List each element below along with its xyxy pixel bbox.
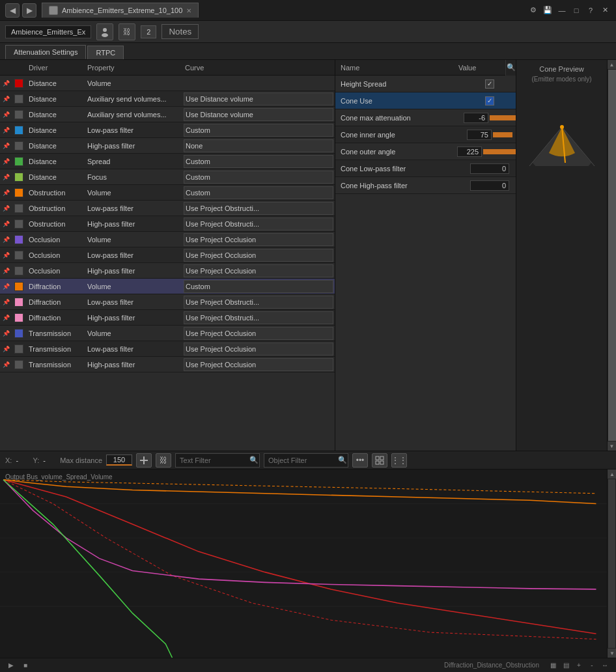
zoom-out-btn[interactable]: - — [586, 660, 598, 671]
curve-cell[interactable]: Use Distance volume — [182, 92, 335, 105]
curve-select[interactable]: Use Project Obstructi... — [184, 202, 333, 215]
close-button[interactable]: ✕ — [599, 5, 611, 16]
link2-icon[interactable]: ⛓ — [156, 453, 171, 468]
link-icon[interactable]: ⛓ — [119, 23, 135, 40]
more-options-button[interactable]: ••• — [352, 453, 368, 468]
nv-row[interactable]: Cone Use✓ — [335, 92, 516, 109]
curve-select[interactable]: None — [184, 139, 333, 152]
curve-cell[interactable]: Use Project Obstructi... — [182, 217, 335, 231]
curve-cell[interactable]: Custom — [182, 155, 335, 168]
table-row[interactable]: 📌DiffractionHigh-pass filterUse Project … — [0, 310, 335, 326]
snap-icon[interactable] — [136, 453, 152, 468]
stop-button[interactable]: ■ — [20, 660, 31, 671]
fit-btn[interactable]: ↔ — [599, 660, 611, 671]
nv-number[interactable]: 225 — [457, 147, 482, 157]
curve-select[interactable]: Custom — [184, 280, 333, 293]
table-row[interactable]: 📌TransmissionHigh-pass filterUse Project… — [0, 357, 335, 372]
table-row[interactable]: 📌DistanceFocusCustom — [0, 169, 335, 185]
zoom-in-btn[interactable]: + — [573, 660, 585, 671]
table-row[interactable]: 📌OcclusionVolumeUse Project Occlusion — [0, 232, 335, 247]
nv-number[interactable]: 0 — [470, 163, 509, 174]
scroll-thumb[interactable] — [608, 70, 616, 441]
curve-select[interactable]: Use Distance volume — [184, 92, 333, 105]
forward-button[interactable]: ▶ — [22, 3, 36, 18]
minimize-button[interactable]: — — [556, 5, 568, 16]
save-icon[interactable]: 💾 — [542, 5, 553, 16]
table-row[interactable]: 📌DistanceAuxiliary send volumes...Use Di… — [0, 91, 335, 107]
table-row[interactable]: 📌ObstructionVolumeCustom — [0, 185, 335, 201]
curve-cell[interactable]: Custom — [182, 124, 335, 137]
curve-cell[interactable]: Use Project Occlusion — [182, 249, 335, 262]
table-row[interactable]: 📌DistanceLow-pass filterCustom — [0, 122, 335, 138]
curve-cell[interactable]: Use Project Obstructi... — [182, 296, 335, 309]
obj-filter-search-icon[interactable]: 🔍 — [338, 456, 347, 464]
scroll-down-arrow[interactable]: ▼ — [608, 441, 617, 451]
nv-number[interactable]: 0 — [470, 180, 509, 191]
curve-cell[interactable]: Use Project Occlusion — [182, 264, 335, 277]
curve-select[interactable]: Use Project Occlusion — [184, 327, 333, 340]
maximize-button[interactable]: □ — [570, 5, 582, 16]
nv-row[interactable]: Height Spread✓ — [335, 76, 516, 92]
table-row[interactable]: 📌ObstructionHigh-pass filterUse Project … — [0, 216, 335, 232]
nv-row[interactable]: Cone inner angle75 — [335, 126, 516, 143]
table-row[interactable]: 📌DistanceSpreadCustom — [0, 154, 335, 169]
table-row[interactable]: 📌ObstructionLow-pass filterUse Project O… — [0, 201, 335, 216]
table-row[interactable]: 📌DiffractionLow-pass filterUse Project O… — [0, 294, 335, 310]
help-button[interactable]: ? — [585, 5, 596, 16]
curve-select[interactable]: Use Project Occlusion — [184, 233, 333, 246]
table-row[interactable]: 📌DistanceVolume — [0, 76, 335, 91]
avatar-icon[interactable] — [96, 23, 113, 40]
grid-icon[interactable] — [372, 453, 387, 468]
nv-row[interactable]: Cone max attenuation-6 — [335, 109, 516, 126]
settings-icon[interactable]: ⚙ — [527, 5, 539, 16]
curve-cell[interactable]: Custom — [182, 280, 335, 293]
grid-view-btn[interactable]: ▦ — [547, 660, 559, 671]
scroll-up-arrow[interactable]: ▲ — [608, 60, 617, 69]
table-row[interactable]: 📌DistanceHigh-pass filterNone — [0, 138, 335, 154]
nv-value-cell[interactable]: ✓ — [464, 79, 516, 89]
curve-select[interactable]: Use Project Occlusion — [184, 343, 333, 356]
tab-close-button[interactable]: ✕ — [186, 7, 191, 14]
curve-cell[interactable]: Use Project Obstructi... — [182, 311, 335, 324]
curve-select[interactable]: Use Distance volume — [184, 108, 333, 121]
object-filter-input[interactable] — [264, 453, 348, 468]
play-button[interactable]: ▶ — [5, 660, 17, 671]
tab-attenuation[interactable]: Attenuation Settings — [5, 45, 86, 59]
curve-cell[interactable]: Use Project Occlusion — [182, 343, 335, 356]
curve-select[interactable]: Custom — [184, 186, 333, 199]
curve-cell[interactable]: Use Project Occlusion — [182, 233, 335, 246]
table-row[interactable]: 📌DiffractionVolumeCustom — [0, 279, 335, 294]
nv-search-icon[interactable]: 🔍 — [505, 60, 516, 76]
nv-number[interactable]: 75 — [467, 130, 492, 140]
curve-select[interactable]: Use Project Obstructi... — [184, 296, 333, 309]
text-filter-input[interactable] — [175, 453, 260, 468]
list-view-btn[interactable]: ▤ — [560, 660, 572, 671]
nv-checkbox[interactable]: ✓ — [485, 96, 494, 105]
curve-cell[interactable]: None — [182, 139, 335, 152]
curve-select[interactable]: Custom — [184, 155, 333, 168]
curve-cell[interactable]: Use Project Obstructi... — [182, 202, 335, 215]
graph-scroll-down[interactable]: ▼ — [608, 649, 616, 658]
curve-select[interactable]: Use Project Occlusion — [184, 264, 333, 277]
nv-row[interactable]: Cone Low-pass filter0 — [335, 160, 516, 177]
nv-value-cell[interactable]: ✓ — [464, 96, 516, 105]
table-row[interactable]: 📌DistanceAuxiliary send volumes...Use Di… — [0, 107, 335, 122]
table-row[interactable]: 📌OcclusionHigh-pass filterUse Project Oc… — [0, 263, 335, 279]
curve-cell[interactable]: Use Project Occlusion — [182, 358, 335, 371]
back-button[interactable]: ◀ — [5, 3, 20, 18]
tab-rtpc[interactable]: RTPC — [87, 46, 124, 59]
curve-select[interactable]: Use Project Obstructi... — [184, 217, 333, 231]
curve-cell[interactable]: Use Project Occlusion — [182, 327, 335, 340]
curve-select[interactable]: Use Project Occlusion — [184, 249, 333, 262]
options-icon[interactable]: ⋮⋮ — [391, 453, 407, 468]
nv-row[interactable]: Cone outer angle225 — [335, 143, 516, 160]
curve-cell[interactable]: Custom — [182, 171, 335, 184]
graph-scroll-up[interactable]: ▲ — [608, 469, 616, 479]
curve-select[interactable]: Custom — [184, 171, 333, 184]
curve-select[interactable]: Use Project Occlusion — [184, 358, 333, 371]
curve-cell[interactable]: Use Distance volume — [182, 108, 335, 121]
table-row[interactable]: 📌TransmissionLow-pass filterUse Project … — [0, 341, 335, 357]
main-tab[interactable]: Ambience_Emitters_Extreme_10_100 ✕ — [42, 3, 199, 18]
text-filter-search-icon[interactable]: 🔍 — [249, 456, 259, 464]
curve-select[interactable]: Custom — [184, 124, 333, 137]
